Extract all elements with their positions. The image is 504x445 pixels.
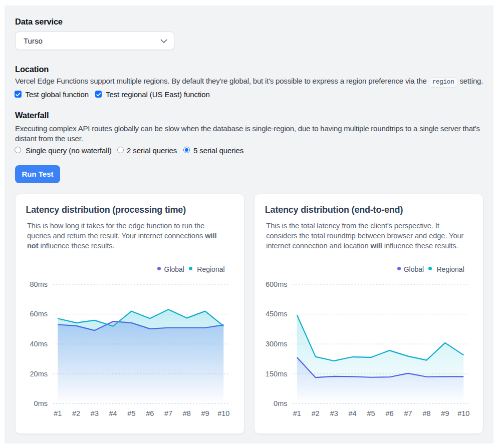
svg-text:#3: #3 — [91, 409, 99, 417]
svg-text:#4: #4 — [349, 409, 357, 417]
svg-text:450ms: 450ms — [266, 310, 288, 318]
svg-text:#10: #10 — [217, 409, 229, 417]
svg-text:150ms: 150ms — [266, 370, 288, 378]
svg-text:20ms: 20ms — [30, 370, 48, 378]
svg-text:#6: #6 — [146, 409, 154, 417]
svg-text:600ms: 600ms — [266, 280, 288, 288]
svg-text:#6: #6 — [385, 409, 393, 417]
svg-text:60ms: 60ms — [30, 310, 48, 318]
svg-text:#9: #9 — [441, 409, 449, 417]
svg-text:#7: #7 — [404, 409, 412, 417]
svg-text:#8: #8 — [422, 409, 430, 417]
svg-text:#7: #7 — [164, 409, 172, 417]
svg-text:#4: #4 — [109, 409, 117, 417]
svg-text:40ms: 40ms — [30, 340, 48, 348]
svg-text:#9: #9 — [201, 409, 209, 417]
svg-text:0ms: 0ms — [34, 399, 48, 407]
svg-text:300ms: 300ms — [266, 340, 288, 348]
svg-text:#2: #2 — [312, 409, 320, 417]
svg-text:#1: #1 — [54, 409, 62, 417]
svg-text:#8: #8 — [183, 409, 191, 417]
svg-text:80ms: 80ms — [30, 280, 48, 288]
svg-text:#1: #1 — [293, 409, 301, 417]
svg-text:#3: #3 — [330, 409, 338, 417]
svg-text:0ms: 0ms — [274, 399, 287, 407]
svg-text:#2: #2 — [72, 409, 80, 417]
svg-text:#10: #10 — [457, 409, 469, 417]
svg-text:#5: #5 — [367, 409, 375, 417]
svg-text:#5: #5 — [127, 409, 135, 417]
